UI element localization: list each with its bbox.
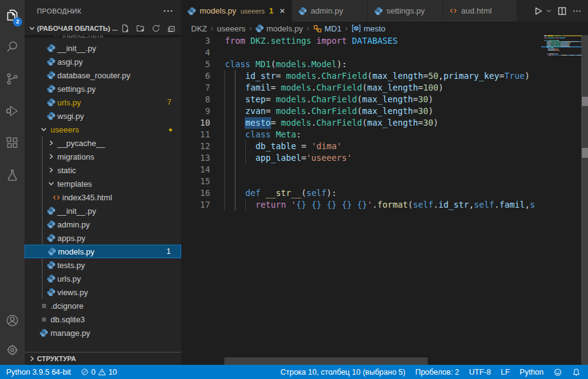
code-line-13: app_label='useeers'	[225, 152, 541, 164]
minimap[interactable]	[541, 35, 582, 365]
activitybar-testing-icon[interactable]	[0, 161, 25, 189]
tree-folder-static[interactable]: static	[25, 163, 181, 177]
run-dropdown-icon[interactable]	[545, 7, 552, 14]
code-token: (	[362, 118, 367, 128]
minimap-line	[554, 50, 560, 51]
editor-group: models.pyuseeers1✕admin.pysettings.pyaud…	[181, 0, 588, 365]
activitybar-explorer-icon[interactable]: 2	[0, 1, 25, 28]
code-line-14	[225, 164, 541, 176]
tab-aud-html[interactable]: aud.html	[443, 0, 517, 22]
tree-file-manage-py[interactable]: manage.py	[25, 326, 181, 340]
activitybar-run-debug-icon[interactable]	[0, 97, 25, 124]
code-token: __str__	[266, 188, 301, 198]
more-actions-icon[interactable]: ···	[163, 6, 174, 16]
tree-item-label: asgi.py	[57, 57, 83, 67]
minimap-line	[547, 35, 553, 36]
tree-file-urls-py[interactable]: urls.py	[25, 272, 181, 285]
tree-file-index2-html[interactable]: index2.html	[25, 35, 181, 41]
tree-folder-templates[interactable]: templates	[25, 177, 181, 190]
minimap-line	[562, 35, 582, 36]
horizontal-scrollbar[interactable]	[224, 357, 428, 365]
activitybar-settings-gear-icon[interactable]	[0, 336, 25, 364]
tree-file--init-py[interactable]: __init__.py	[25, 41, 181, 55]
outline-section-header[interactable]: СТРУКТУРА	[25, 352, 181, 365]
code-token: return	[255, 200, 285, 210]
tree-file--init-py[interactable]: __init__.py	[25, 204, 181, 218]
status-problems[interactable]: 010	[76, 365, 122, 379]
activitybar-source-control-icon[interactable]	[0, 65, 25, 92]
collapse-all-icon[interactable]	[166, 23, 176, 33]
tree-item-label: wsgi.py	[57, 112, 84, 121]
code-token: ):	[337, 59, 346, 69]
split-editor-icon[interactable]	[557, 6, 567, 16]
status-language-mode[interactable]: Python	[515, 365, 549, 379]
code-token: )	[438, 83, 443, 92]
code-token: id_str	[438, 200, 468, 210]
status-cursor-position[interactable]: Строка 10, столбец 10 (выбрано 5)	[276, 365, 410, 379]
code-token: 30	[418, 94, 428, 104]
tree-file-settings-py[interactable]: settings.py	[25, 82, 181, 96]
tree-file-urls-py[interactable]: urls.py7	[25, 96, 181, 109]
code-token: (	[362, 83, 367, 92]
code-token: ,	[525, 200, 529, 210]
refresh-icon[interactable]	[151, 23, 161, 33]
activitybar-account-icon[interactable]	[0, 307, 25, 334]
status-encoding[interactable]: UTF-8	[464, 365, 496, 379]
tree-file-apps-py[interactable]: apps.py	[25, 231, 181, 245]
tree-file--dcignore[interactable]: .dcignore	[25, 299, 181, 312]
tree-file-wsgi-py[interactable]: wsgi.py	[25, 109, 181, 123]
vertical-scrollbar[interactable]	[581, 35, 588, 365]
code-token: =	[301, 153, 306, 163]
activitybar-extensions-icon[interactable]	[0, 129, 25, 157]
code-editor[interactable]: 3from DKZ.settings import DATABASES45cla…	[181, 35, 588, 365]
breadcrumb-dkz[interactable]: DKZ	[191, 24, 207, 33]
tree-item-label: database_roouter.py	[57, 71, 131, 80]
code-line-4	[225, 47, 541, 59]
tree-folder-useeers[interactable]: useeers●	[25, 123, 181, 136]
status-python-interpreter[interactable]: Python 3.9.5 64-bit	[1, 365, 76, 379]
code-token: primary_key	[443, 71, 499, 81]
tree-file-db-sqlite3[interactable]: db.sqlite3	[25, 312, 181, 326]
breadcrumb-mesto[interactable]: mesto	[351, 23, 385, 33]
breadcrumb-useeers[interactable]: useeers	[217, 24, 245, 33]
tab-models-py[interactable]: models.pyuseeers1✕	[181, 0, 292, 22]
tree-file-tests-py[interactable]: tests.py	[25, 258, 181, 272]
tree-folder-migrations[interactable]: migrations	[25, 150, 181, 163]
new-folder-icon[interactable]	[136, 23, 145, 33]
python-file-icon	[47, 245, 57, 258]
code-token	[225, 129, 245, 139]
tree-file-index345-html[interactable]: index345.html	[25, 190, 181, 204]
tab-settings-py[interactable]: settings.py	[368, 0, 443, 22]
tree-file-models-py[interactable]: models.py1	[25, 245, 181, 258]
new-file-icon[interactable]	[120, 23, 130, 33]
status-indentation[interactable]: Пробелов: 2	[410, 365, 464, 379]
activitybar-search-icon[interactable]	[0, 33, 25, 60]
status-eol[interactable]: LF	[496, 365, 515, 379]
code-token	[225, 141, 255, 151]
tree-folder--pycache-[interactable]: __pycache__	[25, 136, 181, 150]
breadcrumb-models-py[interactable]: models.py	[255, 24, 303, 33]
tree-file-database-roouter-py[interactable]: database_roouter.py	[25, 68, 181, 82]
code-token: 'useeers'	[306, 153, 352, 163]
minimap-line	[553, 55, 554, 55]
tree-file-asgi-py[interactable]: asgi.py	[25, 55, 181, 68]
code-token: (	[408, 200, 413, 210]
status-notifications[interactable]	[567, 365, 586, 379]
tab-admin-py[interactable]: admin.py	[292, 0, 368, 22]
tree-file-admin-py[interactable]: admin.py	[25, 218, 181, 231]
workspace-section-header[interactable]: (РАБОЧАЯ ОБЛАСТЬ) ...	[25, 22, 181, 35]
close-icon[interactable]: ✕	[274, 7, 285, 15]
breadcrumb-separator-icon: ›	[249, 24, 251, 33]
run-icon[interactable]	[533, 6, 543, 16]
tab-label: aud.html	[461, 6, 492, 15]
minimap-line	[561, 46, 568, 47]
python-icon	[255, 24, 264, 33]
code-token: id_str	[245, 71, 276, 81]
code-token: models	[276, 106, 306, 116]
breadcrumb-md1[interactable]: MD1	[313, 24, 341, 33]
tree-file-views-py[interactable]: views.py	[25, 285, 181, 299]
status-feedback[interactable]	[549, 365, 567, 379]
more-actions-icon[interactable]	[572, 6, 582, 16]
chevron-down-icon	[39, 123, 49, 136]
python-file-icon	[46, 272, 56, 285]
